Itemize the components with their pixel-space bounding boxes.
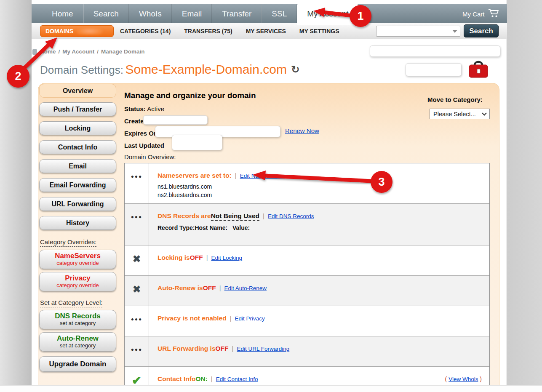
- table-row-edit-dns-records: ●●●DNS Records are Not Being Used|Edit D…: [125, 204, 489, 245]
- row-content-cell: Locking is OFF|Edit Locking: [149, 245, 489, 275]
- sub-nav-item-my-settings[interactable]: MY SETTINGS: [299, 28, 339, 35]
- sub-nav-item-transfers-75[interactable]: TRANSFERS (75): [184, 28, 232, 35]
- category-select[interactable]: Please Select...: [430, 109, 490, 119]
- window-surround-left: [0, 0, 32, 385]
- view-whois-wrap: ( View Whois ): [445, 376, 482, 382]
- edit-link-edit-locking[interactable]: Edit Locking: [211, 255, 243, 261]
- row-title-line: Privacy is not enabled|Edit Privacy: [158, 315, 482, 322]
- breadcrumb-separator: /: [59, 48, 60, 55]
- row-title-text: Contact Info: [158, 375, 195, 383]
- sidebar-item-email-forwarding[interactable]: Email Forwarding: [39, 178, 116, 192]
- row-content-cell: URL Forwarding is OFF|Edit URL Forwardin…: [149, 336, 489, 366]
- sub-nav-item-domains[interactable]: DOMAINS: [40, 25, 114, 37]
- top-nav-tab-home[interactable]: Home: [42, 4, 83, 23]
- sidebar-item-privacy-override-title: Privacy: [40, 274, 116, 283]
- top-nav-tab-email[interactable]: Email: [172, 4, 212, 23]
- row-content-cell: Auto-Renew is OFF|Edit Auto-Renew: [149, 276, 489, 306]
- row-content-cell: Privacy is not enabled|Edit Privacy: [149, 306, 489, 336]
- expires-label: Expires On: [124, 130, 158, 137]
- row-separator: |: [206, 254, 208, 261]
- table-row-edit-locking: ✖Locking is OFF|Edit Locking: [125, 245, 489, 276]
- category-overrides-label: Category Overrides:: [40, 238, 96, 247]
- sidebar-item-nameservers-override-title: NameServers: [40, 252, 116, 260]
- sidebar-item-privacy-override[interactable]: Privacycategory override: [39, 272, 116, 291]
- row-title-text: ON:: [195, 375, 207, 383]
- edit-link-edit-url-forwarding[interactable]: Edit URL Forwarding: [237, 346, 289, 352]
- top-nav: HomeSearchWhoIsEmailTransferSSLMy Accoun…: [32, 4, 507, 23]
- top-nav-tab-my-account[interactable]: My Account: [297, 4, 358, 25]
- table-row-edit-nameservers: ●●●Nameservers are set to:|Edit NameServ…: [125, 163, 489, 204]
- row-title-line: DNS Records are Not Being Used|Edit DNS …: [158, 212, 482, 221]
- page-title-prefix: Domain Settings:: [40, 64, 123, 76]
- row-separator: |: [211, 375, 213, 382]
- sidebar-item-overview[interactable]: Overview: [39, 84, 116, 98]
- overview-table: ●●●Nameservers are set to:|Edit NameServ…: [124, 163, 490, 392]
- domain-search-combobox[interactable]: [376, 26, 460, 37]
- sidebar-item-upgrade-domain[interactable]: Upgrade Domain: [39, 356, 116, 372]
- page-title: Domain Settings: Some-Example-Domain.com…: [40, 62, 299, 77]
- nameserver-list: ns1.bluestardns.comns2.bluestardns.com: [158, 183, 482, 199]
- refresh-icon[interactable]: ↻: [291, 64, 299, 75]
- sidebar-item-dns-records-category[interactable]: DNS Recordsset at category: [39, 310, 116, 329]
- edit-link-edit-privacy[interactable]: Edit Privacy: [235, 315, 265, 322]
- sidebar-item-url-forwarding[interactable]: URL Forwarding: [39, 197, 116, 211]
- chevron-down-icon: [452, 30, 457, 33]
- row-content-cell: DNS Records are Not Being Used|Edit DNS …: [149, 204, 489, 245]
- sidebar-item-dns-records-category-subtitle: set at category: [40, 320, 116, 326]
- top-nav-tab-transfer[interactable]: Transfer: [212, 4, 262, 23]
- redacted-box-top-right: [370, 45, 500, 57]
- row-icon-cell: ●●●: [125, 336, 149, 366]
- sidebar-item-push-transfer[interactable]: Push / Transfer: [39, 102, 116, 116]
- view-whois-paren-open: (: [445, 376, 449, 382]
- row-title-text: Privacy is not enabled: [158, 315, 227, 322]
- sidebar-item-locking[interactable]: Locking: [39, 121, 116, 135]
- nameserver-entry: ns1.bluestardns.com: [158, 183, 482, 191]
- my-cart[interactable]: My Cart: [462, 9, 499, 19]
- sidebar-item-contact-info[interactable]: Contact Info: [39, 140, 116, 154]
- sidebar-item-auto-renew-category[interactable]: Auto-Renewset at category: [39, 332, 116, 352]
- chevron-down-icon: [482, 111, 486, 115]
- redacted-box-title: [406, 63, 462, 76]
- dots-icon: ●●●: [131, 316, 143, 336]
- top-nav-tab-ssl[interactable]: SSL: [262, 4, 297, 23]
- redacted-smudge: [77, 27, 103, 35]
- sidebar-item-email[interactable]: Email: [39, 159, 116, 173]
- x-icon: ✖: [132, 283, 141, 306]
- view-whois-paren-close: ): [478, 376, 482, 382]
- sidebar-item-nameservers-override[interactable]: NameServerscategory override: [39, 250, 116, 269]
- row-title-line: URL Forwarding is OFF|Edit URL Forwardin…: [158, 345, 482, 352]
- edit-link-edit-nameservers[interactable]: Edit NameServers: [240, 173, 286, 179]
- breadcrumb-item-home[interactable]: Home: [40, 48, 56, 55]
- updated-line: Last Updated: [124, 142, 164, 154]
- search-button[interactable]: Search: [464, 24, 499, 37]
- renew-now-link[interactable]: Renew Now: [285, 127, 319, 134]
- row-title-text: Not Being Used: [211, 212, 259, 221]
- sidebar-item-history[interactable]: History: [39, 216, 116, 230]
- row-separator: |: [235, 172, 237, 179]
- domain-overview-label: Domain Overview:: [124, 153, 176, 160]
- top-nav-tab-search[interactable]: Search: [83, 4, 129, 23]
- row-separator: |: [232, 345, 234, 352]
- sub-nav-item-my-services[interactable]: MY SERVICES: [246, 28, 286, 35]
- edit-link-edit-contact-info[interactable]: Edit Contact Info: [216, 376, 258, 382]
- breadcrumb-item-manage-domain[interactable]: Manage Domain: [101, 48, 145, 55]
- nameserver-entry: ns2.bluestardns.com: [158, 191, 482, 200]
- sub-nav-item-categories-14[interactable]: CATEGORIES (14): [120, 28, 171, 35]
- breadcrumb-icon: [32, 49, 37, 55]
- table-row-edit-url-forwarding: ●●●URL Forwarding is OFF|Edit URL Forwar…: [125, 336, 489, 367]
- edit-link-edit-dns-records[interactable]: Edit DNS Records: [268, 213, 314, 219]
- toolbox-icon[interactable]: [468, 60, 489, 81]
- top-nav-tab-whois[interactable]: WhoIs: [129, 4, 172, 23]
- row-title-text: Nameservers are set to:: [158, 172, 232, 179]
- sidebar-item-nameservers-override-subtitle: category override: [40, 260, 116, 266]
- sidebar-item-auto-renew-category-subtitle: set at category: [40, 343, 116, 349]
- table-row-edit-privacy: ●●●Privacy is not enabled|Edit Privacy: [125, 306, 489, 336]
- edit-link-edit-auto-renew[interactable]: Edit Auto-Renew: [224, 285, 267, 291]
- record-columns-line: Record Type:Host Name: Value:: [158, 224, 482, 231]
- status-label: Status:: [124, 105, 146, 112]
- row-title-line: Contact Info ON:|Edit Contact Info( View…: [158, 375, 482, 383]
- redacted-updated-date: [172, 135, 222, 150]
- view-whois-link[interactable]: View Whois: [449, 376, 478, 382]
- row-title-text: OFF: [203, 284, 216, 292]
- breadcrumb-item-my-account[interactable]: My Account: [62, 48, 94, 55]
